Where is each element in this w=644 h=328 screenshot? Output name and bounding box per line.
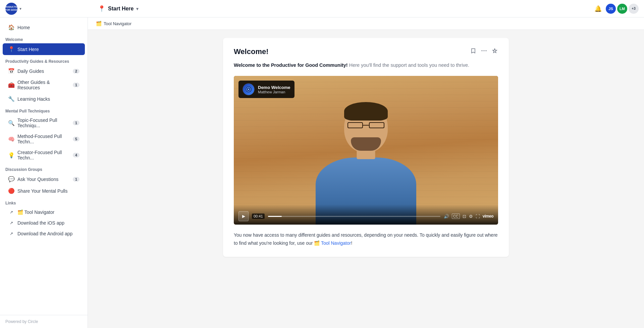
volume-icon[interactable]: 🔊 bbox=[444, 214, 449, 219]
avatar-group: JS LM +3 bbox=[606, 4, 639, 14]
sidebar-footer: Powered by Circle bbox=[0, 315, 88, 328]
sidebar: 🏠 Home Welcome 📍 Start Here Productivity… bbox=[0, 17, 88, 328]
video-thumbnail: Demo Welcome Matthew Jarman ▶ 00:41 bbox=[234, 76, 498, 225]
sidebar-item-topic-pull[interactable]: 🔍 Topic-Focused Pull Techniqu... 1 bbox=[3, 115, 85, 131]
sidebar-section-discussion: Discussion Groups bbox=[0, 163, 88, 173]
overlay-title: Demo Welcome bbox=[258, 85, 290, 90]
sidebar-creator-pull-badge: 4 bbox=[73, 153, 79, 157]
main-layout: 🏠 Home Welcome 📍 Start Here Productivity… bbox=[0, 17, 644, 328]
sidebar-daily-guides-badge: 2 bbox=[73, 69, 79, 74]
red-circle-icon: 🔴 bbox=[8, 188, 15, 194]
pin-button[interactable] bbox=[491, 47, 498, 55]
sidebar-share-pulls-label: Share Your Mental Pulls bbox=[17, 188, 79, 194]
sidebar-item-method-pull[interactable]: 🧠 Method-Focused Pull Techn... 5 bbox=[3, 131, 85, 147]
tool-navigator-link[interactable]: Tool Navigator bbox=[321, 240, 351, 246]
logo-chevron-icon: ▾ bbox=[19, 6, 21, 11]
intro-bold: Welcome to the Productive for Good Commu… bbox=[234, 62, 348, 68]
body-text: You now have access to many different gu… bbox=[234, 231, 498, 247]
intro-rest: Here you'll find the support and tools y… bbox=[349, 62, 469, 68]
sidebar-section-links: Links bbox=[0, 197, 88, 207]
picture-in-picture-icon[interactable]: ⊡ bbox=[463, 214, 466, 219]
sidebar-topic-pull-label: Topic-Focused Pull Techniqu... bbox=[17, 118, 70, 128]
avatar-extra[interactable]: +3 bbox=[629, 4, 639, 14]
content-card-header: Welcome! bbox=[234, 47, 498, 56]
sidebar-link-android-app[interactable]: ↗ Download the Android app bbox=[3, 228, 85, 239]
body-text-start: You now have access to many different gu… bbox=[234, 232, 498, 246]
avatar-lm[interactable]: LM bbox=[617, 4, 627, 14]
sidebar-item-start-here[interactable]: 📍 Start Here bbox=[3, 43, 85, 55]
progress-fill bbox=[268, 216, 282, 217]
sidebar-link-ios-app[interactable]: ↗ Download the iOS app bbox=[3, 218, 85, 228]
sidebar-ios-app-label: Download the iOS app bbox=[17, 220, 79, 226]
sidebar-item-other-guides[interactable]: 🧰 Other Guides & Resources 1 bbox=[3, 77, 85, 93]
external-link-android-icon: ↗ bbox=[8, 231, 15, 236]
sidebar-link-tool-navigator[interactable]: ↗ 🗂️ Tool Navigator bbox=[3, 207, 85, 218]
content-card: Welcome! bbox=[223, 38, 509, 257]
logo-area[interactable]: PRODUCTIVE FOR GOOD ▾ bbox=[5, 3, 21, 15]
brain-icon: 🧠 bbox=[8, 136, 15, 142]
sidebar-item-share-pulls[interactable]: 🔴 Share Your Mental Pulls bbox=[3, 185, 85, 197]
breadcrumb-label: Tool Navigator bbox=[104, 21, 131, 26]
search-icon: 🔍 bbox=[8, 120, 15, 126]
sidebar-other-guides-label: Other Guides & Resources bbox=[17, 80, 70, 90]
external-link-icon: ↗ bbox=[8, 210, 15, 215]
svg-point-0 bbox=[482, 50, 483, 51]
intro-text: Welcome to the Productive for Good Commu… bbox=[234, 61, 498, 69]
sidebar-topic-pull-badge: 1 bbox=[73, 121, 79, 125]
vimeo-logo: vimeo bbox=[483, 214, 493, 219]
bell-icon[interactable]: 🔔 bbox=[594, 5, 602, 12]
logo-icon: PRODUCTIVE FOR GOOD bbox=[5, 3, 17, 15]
external-link-ios-icon: ↗ bbox=[8, 221, 15, 225]
sidebar-daily-guides-label: Daily Guides bbox=[17, 68, 70, 74]
play-button[interactable]: ▶ bbox=[238, 211, 249, 221]
sidebar-item-learning-hacks[interactable]: 🔧 Learning Hacks bbox=[3, 93, 85, 105]
sidebar-tool-navigator-label: 🗂️ Tool Navigator bbox=[17, 209, 79, 215]
person-hair bbox=[344, 102, 388, 121]
video-overlay-card: Demo Welcome Matthew Jarman bbox=[238, 81, 294, 98]
video-time: 00:41 bbox=[252, 214, 265, 219]
topbar-middle: 📍 Start Here ▾ bbox=[93, 5, 594, 12]
video-controls: ▶ 00:41 🔊 CC ⊡ ⚙ ⛶ vimeo bbox=[234, 204, 498, 225]
sidebar-method-pull-badge: 5 bbox=[73, 137, 79, 141]
sidebar-other-guides-badge: 1 bbox=[73, 83, 79, 87]
person-glasses bbox=[347, 122, 384, 129]
avatar-js[interactable]: JS bbox=[606, 4, 616, 14]
sidebar-start-here-label: Start Here bbox=[17, 47, 79, 52]
sidebar-section-mental: Mental Pull Techniques bbox=[0, 105, 88, 115]
body-link-icon: 🗂️ bbox=[314, 240, 320, 246]
page-title: Welcome! bbox=[234, 47, 269, 56]
sidebar-item-ask-questions[interactable]: 💬 Ask Your Questions 1 bbox=[3, 173, 85, 185]
overlay-avatar bbox=[243, 83, 255, 95]
sidebar-creator-pull-label: Creator-Focused Pull Techn... bbox=[17, 150, 70, 160]
captions-icon[interactable]: CC bbox=[452, 214, 460, 219]
topbar-chevron-icon[interactable]: ▾ bbox=[136, 6, 139, 11]
overlay-subtitle: Matthew Jarman bbox=[258, 90, 290, 94]
breadcrumb-icon: 🗂️ bbox=[96, 21, 102, 26]
person-beard bbox=[351, 137, 381, 151]
fullscreen-icon[interactable]: ⛶ bbox=[476, 214, 480, 219]
settings-icon[interactable]: ⚙ bbox=[469, 214, 473, 219]
chat-icon: 💬 bbox=[8, 176, 15, 182]
person-head bbox=[344, 102, 388, 152]
content-area: 🗂️ Tool Navigator Welcome! bbox=[88, 17, 644, 328]
bulb-icon: 💡 bbox=[8, 152, 15, 158]
sidebar-section-productivity: Productivity Guides & Resources bbox=[0, 55, 88, 65]
sidebar-item-home[interactable]: 🏠 Home bbox=[3, 21, 85, 33]
sidebar-item-creator-pull[interactable]: 💡 Creator-Focused Pull Techn... 4 bbox=[3, 147, 85, 163]
sidebar-ask-questions-badge: 1 bbox=[73, 177, 79, 182]
pin-icon: 📍 bbox=[98, 5, 105, 12]
wrench-icon: 🔧 bbox=[8, 96, 15, 102]
video-container[interactable]: Demo Welcome Matthew Jarman ▶ 00:41 bbox=[234, 76, 498, 225]
home-icon: 🏠 bbox=[8, 24, 15, 31]
calendar-icon: 📅 bbox=[8, 68, 15, 74]
sidebar-android-app-label: Download the Android app bbox=[17, 231, 79, 236]
sidebar-inner: 🏠 Home Welcome 📍 Start Here Productivity… bbox=[0, 17, 88, 315]
topbar-left: PRODUCTIVE FOR GOOD ▾ bbox=[5, 3, 93, 15]
overlay-text: Demo Welcome Matthew Jarman bbox=[258, 85, 290, 94]
progress-bar[interactable] bbox=[268, 216, 440, 217]
sidebar-method-pull-label: Method-Focused Pull Techn... bbox=[17, 134, 70, 144]
more-options-button[interactable] bbox=[481, 47, 487, 55]
sidebar-item-daily-guides[interactable]: 📅 Daily Guides 2 bbox=[3, 65, 85, 77]
bookmark-button[interactable] bbox=[470, 47, 477, 55]
topbar: PRODUCTIVE FOR GOOD ▾ 📍 Start Here ▾ 🔔 J… bbox=[0, 0, 644, 17]
